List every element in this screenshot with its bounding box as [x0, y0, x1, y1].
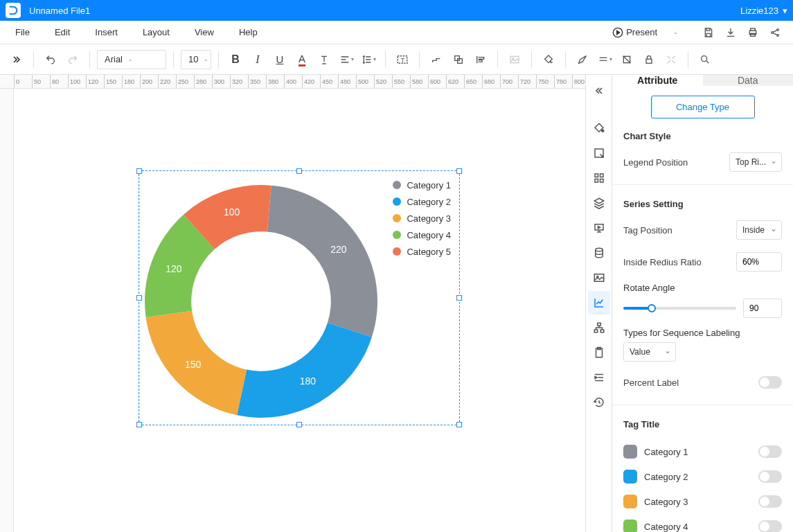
grid-tool-icon[interactable] [588, 166, 610, 190]
series-setting-heading: Series Setting [623, 199, 782, 209]
crop-icon[interactable] [617, 50, 636, 69]
clipboard-tool-icon[interactable] [588, 341, 610, 364]
italic-icon[interactable]: I [248, 50, 267, 69]
shape-tool-icon[interactable] [588, 141, 610, 165]
ruler-tick: 650 [464, 75, 476, 88]
ruler-tick: 350 [248, 75, 260, 88]
font-size-select[interactable]: 10⌄ [181, 50, 211, 69]
history-tool-icon[interactable] [588, 391, 610, 414]
menu-file[interactable]: File [3, 21, 42, 44]
svg-point-4 [772, 31, 774, 33]
tag-toggle[interactable] [758, 520, 782, 532]
types-seq-select[interactable]: Value [623, 342, 676, 362]
tools-icon[interactable] [661, 50, 681, 69]
image-insert-icon[interactable] [505, 50, 524, 69]
donut-value-label: 150 [185, 359, 202, 370]
fill-icon[interactable] [539, 50, 558, 69]
rotate-angle-input[interactable] [743, 299, 782, 318]
menu-layout[interactable]: Layout [130, 21, 182, 44]
undo-icon[interactable] [41, 50, 60, 69]
brush-icon[interactable] [573, 50, 592, 69]
ruler-tick: 80 [50, 75, 59, 88]
textbox-icon[interactable]: T [393, 50, 412, 69]
legend-position-select[interactable]: Top Ri... [729, 152, 782, 172]
tag-toggle[interactable] [758, 470, 782, 483]
svg-rect-28 [600, 330, 604, 332]
legend-item: Category 1 [393, 177, 451, 193]
page: 220180150120100 Category 1Category 2Cate… [14, 89, 585, 532]
document-title: Unnamed File1 [29, 6, 90, 16]
presentation-tool-icon[interactable] [588, 216, 610, 240]
print-icon[interactable] [745, 24, 761, 41]
tag-title-heading: Tag Title [623, 419, 782, 429]
redo-icon[interactable] [63, 50, 82, 69]
menu-edit[interactable]: Edit [42, 21, 82, 44]
svg-rect-18 [595, 174, 598, 177]
resize-handle-tm[interactable] [296, 168, 302, 174]
resize-handle-bl[interactable] [136, 422, 142, 427]
menu-insert[interactable]: Insert [82, 21, 130, 44]
user-menu[interactable]: Lizzie123 ▾ [740, 6, 787, 16]
svg-point-16 [601, 130, 603, 132]
tag-toggle[interactable] [758, 445, 782, 458]
connector-icon[interactable] [427, 50, 446, 69]
save-icon[interactable] [700, 24, 717, 41]
menu-help[interactable]: Help [226, 21, 270, 44]
ruler-tick: 420 [302, 75, 314, 88]
underline-icon[interactable]: U [270, 50, 289, 69]
canvas[interactable]: 220180150120100 Category 1Category 2Cate… [14, 89, 585, 532]
line-spacing-icon[interactable]: ▾ [359, 50, 378, 69]
percent-label-toggle[interactable] [758, 376, 782, 389]
ruler-tick: 180 [122, 75, 134, 88]
indent-tool-icon[interactable] [588, 366, 610, 389]
fill-tool-icon[interactable] [588, 116, 610, 140]
tab-attribute[interactable]: Attribute [612, 75, 703, 86]
inside-radius-label: Inside Redius Ratio [623, 257, 702, 267]
present-button[interactable]: Present [608, 24, 661, 41]
share-icon[interactable] [767, 24, 783, 41]
user-label: Lizzie123 [740, 6, 778, 16]
download-icon[interactable] [722, 24, 739, 41]
tab-data[interactable]: Data [703, 75, 794, 86]
change-type-button[interactable]: Change Type [651, 96, 755, 118]
ruler-tick: 450 [320, 75, 332, 88]
inside-radius-input[interactable] [736, 252, 782, 272]
title-bar: Unnamed File1 Lizzie123 ▾ [0, 0, 793, 21]
align-icon[interactable]: ▾ [337, 50, 356, 69]
image-tool-icon[interactable] [588, 266, 610, 290]
tag-label: Category 1 [644, 447, 688, 457]
tag-position-select[interactable]: Inside [736, 220, 782, 240]
ruler-tick: 200 [140, 75, 152, 88]
lock-icon[interactable] [639, 50, 659, 69]
ruler-vertical [0, 89, 14, 532]
ruler-tick: 320 [230, 75, 242, 88]
font-color-icon[interactable]: A [292, 50, 312, 69]
menu-view[interactable]: View [182, 21, 226, 44]
chart-selection[interactable]: 220180150120100 Category 1Category 2Cate… [139, 170, 460, 425]
resize-handle-mr[interactable] [456, 295, 462, 301]
chevron-down-icon: ▾ [783, 6, 787, 16]
align-left-icon[interactable] [471, 50, 490, 69]
data-tool-icon[interactable] [588, 241, 610, 265]
resize-handle-br[interactable] [456, 422, 462, 427]
collapse-panel-icon[interactable] [588, 79, 610, 103]
resize-handle-ml[interactable] [136, 295, 142, 301]
font-family-select[interactable]: Arial⌄ [97, 50, 166, 69]
rotate-angle-slider[interactable] [623, 307, 736, 310]
bold-icon[interactable]: B [226, 50, 245, 69]
present-dropdown[interactable]: ⌄ [667, 24, 684, 41]
search-icon[interactable] [695, 50, 715, 69]
style-dropdown-icon[interactable]: ▾ [595, 50, 614, 69]
resize-handle-bm[interactable] [296, 422, 302, 427]
layers-tool-icon[interactable] [588, 191, 610, 215]
clear-format-icon[interactable] [314, 50, 334, 69]
svg-rect-14 [646, 59, 652, 63]
tag-toggle[interactable] [758, 495, 782, 508]
chart-tool-icon[interactable] [588, 291, 610, 314]
overlap-icon[interactable] [449, 50, 468, 69]
expand-icon[interactable] [7, 50, 26, 69]
hierarchy-tool-icon[interactable] [588, 316, 610, 339]
resize-handle-tl[interactable] [136, 168, 142, 174]
resize-handle-tr[interactable] [456, 168, 462, 174]
tag-row: Category 3 [623, 489, 782, 514]
